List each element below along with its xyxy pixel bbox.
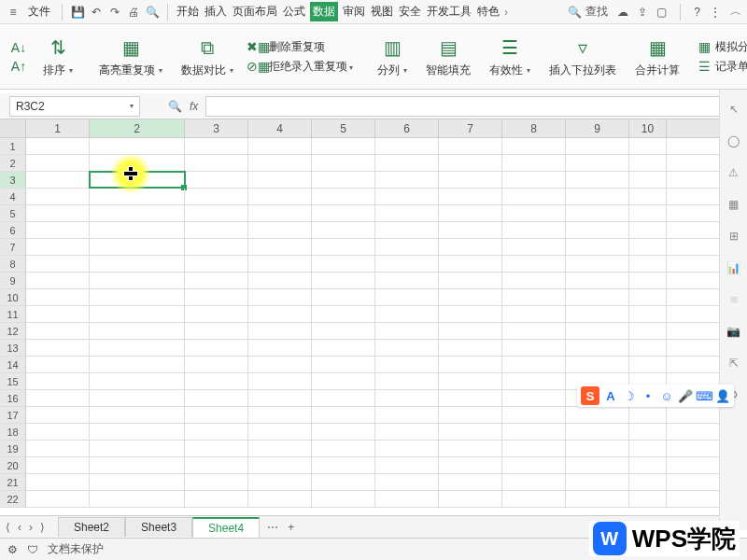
- tab-review[interactable]: 审阅: [342, 2, 366, 21]
- cell[interactable]: [312, 357, 375, 372]
- cell[interactable]: [185, 273, 248, 288]
- cell[interactable]: [502, 256, 566, 272]
- cell[interactable]: [312, 256, 375, 272]
- cell[interactable]: [90, 491, 185, 507]
- cell[interactable]: [502, 239, 566, 255]
- cell[interactable]: [502, 407, 566, 423]
- cell[interactable]: [90, 205, 185, 221]
- window-icon[interactable]: ▢: [656, 6, 667, 19]
- tab-page-layout[interactable]: 页面布局: [232, 2, 278, 21]
- formula-input[interactable]: [205, 96, 738, 117]
- cell[interactable]: [375, 189, 439, 204]
- cell[interactable]: [248, 357, 312, 372]
- cell[interactable]: [248, 424, 312, 440]
- cell[interactable]: [502, 457, 566, 473]
- cell[interactable]: [375, 273, 439, 288]
- cell[interactable]: [185, 222, 248, 238]
- cell[interactable]: [629, 357, 667, 372]
- col-header[interactable]: 6: [375, 119, 439, 137]
- row-header[interactable]: 6: [0, 222, 26, 238]
- cell[interactable]: [375, 474, 439, 490]
- row-header[interactable]: 13: [0, 340, 26, 356]
- cell[interactable]: [502, 357, 566, 372]
- cell[interactable]: [502, 205, 566, 221]
- cell[interactable]: [439, 256, 502, 272]
- save-icon[interactable]: 💾: [70, 5, 85, 20]
- tab-overflow-icon[interactable]: ›: [504, 6, 508, 19]
- cell[interactable]: [439, 441, 502, 456]
- cell[interactable]: [248, 172, 312, 188]
- cell[interactable]: [90, 390, 185, 406]
- cell[interactable]: [375, 155, 439, 171]
- cell[interactable]: [185, 373, 248, 389]
- cell[interactable]: [90, 474, 185, 490]
- cell[interactable]: [26, 323, 90, 339]
- row-header[interactable]: 8: [0, 256, 26, 272]
- cell[interactable]: [312, 306, 375, 322]
- shield-icon[interactable]: 🛡: [27, 543, 38, 556]
- cell[interactable]: [629, 289, 667, 305]
- ime-floating-bar[interactable]: S A ☽ • ☺ 🎤 ⌨ 👤: [577, 385, 734, 407]
- filter-icon[interactable]: ≋: [726, 291, 742, 308]
- cell[interactable]: [375, 222, 439, 238]
- row-header[interactable]: 4: [0, 189, 26, 204]
- cell[interactable]: [566, 474, 629, 490]
- cell[interactable]: [566, 323, 629, 339]
- row-header[interactable]: 14: [0, 357, 26, 372]
- cell[interactable]: [439, 491, 502, 507]
- cell[interactable]: [375, 340, 439, 356]
- pointer-icon[interactable]: ↖: [726, 101, 742, 118]
- col-header[interactable]: 1: [26, 119, 90, 137]
- cell[interactable]: [90, 289, 185, 305]
- cell[interactable]: [502, 189, 566, 204]
- ime-user-icon[interactable]: 👤: [715, 388, 730, 403]
- sort-desc-button[interactable]: A↑: [11, 59, 26, 74]
- col-header[interactable]: 3: [185, 119, 248, 137]
- cell[interactable]: [566, 457, 629, 473]
- cell[interactable]: [90, 457, 185, 473]
- cell[interactable]: [502, 273, 566, 288]
- row-header[interactable]: 19: [0, 441, 26, 456]
- highlight-dup-button[interactable]: ▦ 高亮重复项▾: [93, 35, 168, 78]
- cell[interactable]: [248, 323, 312, 339]
- cell[interactable]: [502, 306, 566, 322]
- cell[interactable]: [90, 373, 185, 389]
- preview-icon[interactable]: 🔍: [145, 5, 160, 20]
- tab-features[interactable]: 特色: [476, 2, 500, 21]
- apps-icon[interactable]: ⊞: [726, 228, 742, 245]
- cell[interactable]: [375, 424, 439, 440]
- cell[interactable]: [312, 474, 375, 490]
- cell[interactable]: [566, 491, 629, 507]
- cell[interactable]: [439, 323, 502, 339]
- record-form-button[interactable]: ☰记录单: [697, 59, 747, 75]
- camera-icon[interactable]: 📷: [726, 323, 742, 340]
- row-header[interactable]: 16: [0, 390, 26, 406]
- shape-icon[interactable]: ◯: [726, 133, 742, 149]
- cell[interactable]: [185, 491, 248, 507]
- cell[interactable]: [26, 289, 90, 305]
- cell[interactable]: [26, 474, 90, 490]
- ime-logo-icon[interactable]: S: [581, 386, 599, 405]
- cell[interactable]: [248, 390, 312, 406]
- cell[interactable]: [439, 172, 502, 188]
- row-header[interactable]: 2: [0, 155, 26, 171]
- row-header[interactable]: 22: [0, 491, 26, 507]
- sheet-add-icon[interactable]: +: [288, 521, 294, 534]
- cell[interactable]: [566, 357, 629, 372]
- sheet-tab-active[interactable]: Sheet4: [192, 517, 260, 538]
- cell[interactable]: [248, 491, 312, 507]
- cell[interactable]: [26, 357, 90, 372]
- validation-button[interactable]: ☰ 有效性▾: [484, 35, 536, 78]
- cell[interactable]: [26, 306, 90, 322]
- cell[interactable]: [185, 172, 248, 188]
- col-header[interactable]: 8: [502, 119, 566, 137]
- cell[interactable]: [439, 222, 502, 238]
- cell[interactable]: [375, 390, 439, 406]
- ime-emoji-icon[interactable]: ☺: [659, 388, 674, 403]
- cell[interactable]: [375, 441, 439, 456]
- cell[interactable]: [26, 340, 90, 356]
- cell[interactable]: [439, 138, 502, 154]
- help-icon[interactable]: ?: [694, 6, 700, 19]
- cell[interactable]: [26, 273, 90, 288]
- row-header[interactable]: 5: [0, 205, 26, 221]
